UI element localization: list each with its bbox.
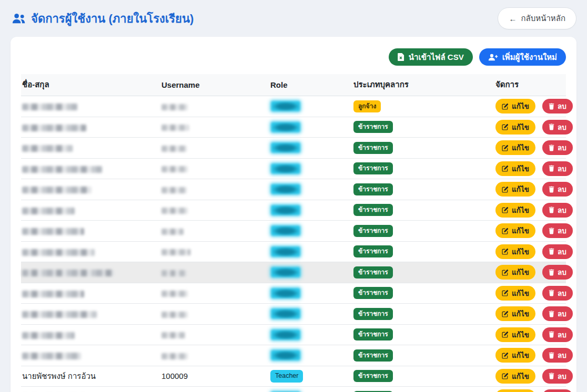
redacted-name-blur (22, 270, 114, 276)
edit-button[interactable]: แก้ไข (495, 327, 535, 342)
edit-button-label: แก้ไข (512, 308, 529, 319)
edit-button[interactable]: แก้ไข (495, 286, 535, 301)
back-button[interactable]: ← กลับหน้าหลัก (498, 7, 576, 29)
edit-button[interactable]: แก้ไข (495, 306, 535, 321)
table-row: ข้าราชการ แก้ไข ลบ (21, 241, 566, 262)
redacted-username-blur (161, 229, 184, 235)
edit-button[interactable]: แก้ไข (495, 203, 535, 218)
delete-button-label: ลบ (558, 370, 566, 382)
edit-button-label: แก้ไข (512, 266, 529, 278)
trash-icon (549, 269, 554, 276)
edit-button[interactable]: แก้ไข (495, 182, 535, 197)
personnel-type-badge: ข้าราชการ (353, 328, 393, 341)
table-row: ข้าราชการ แก้ไข ลบ (21, 200, 566, 221)
personnel-type-badge: ข้าราชการ (353, 183, 393, 195)
edit-button-label: แก้ไข (512, 100, 529, 112)
redacted-name-blur (22, 104, 77, 110)
delete-button[interactable]: ลบ (542, 99, 573, 114)
personnel-type-badge: ข้าราชการ (353, 349, 393, 362)
delete-button[interactable]: ลบ (542, 203, 573, 218)
edit-button-label: แก้ไข (512, 287, 529, 299)
table-row: ลูกจ้าง แก้ไข ลบ (21, 96, 566, 117)
edit-button-label: แก้ไข (512, 121, 529, 133)
trash-icon (549, 207, 554, 213)
edit-button[interactable]: แก้ไข (495, 389, 535, 392)
redacted-username-blur (161, 312, 188, 318)
page-title: จัดการผู้ใช้งาน (ภายในโรงเรียน) (12, 9, 194, 28)
edit-button[interactable]: แก้ไข (495, 244, 535, 259)
header-role: Role (269, 74, 352, 96)
delete-button[interactable]: ลบ (542, 348, 573, 363)
table-row: ข้าราชการ แก้ไข ลบ (21, 221, 566, 242)
redacted-role-blur (271, 205, 300, 215)
pencil-edit-icon (502, 248, 509, 255)
redacted-username-blur (161, 208, 188, 214)
trash-icon (549, 145, 554, 151)
csv-file-icon (398, 53, 404, 61)
user-plus-icon (488, 54, 498, 61)
delete-button[interactable]: ลบ (542, 286, 573, 301)
redacted-username-blur (161, 270, 187, 276)
table-row: ข้าราชการ แก้ไข ลบ (21, 138, 566, 159)
delete-button-label: ลบ (558, 246, 566, 257)
table-row: ข้าราชการ แก้ไข ลบ (21, 387, 566, 392)
delete-button[interactable]: ลบ (542, 244, 573, 259)
redacted-role-blur (271, 225, 300, 236)
delete-button[interactable]: ลบ (542, 223, 573, 238)
delete-button[interactable]: ลบ (542, 265, 573, 280)
pencil-edit-icon (502, 290, 509, 296)
redacted-username-blur (161, 249, 190, 255)
edit-button[interactable]: แก้ไข (495, 161, 535, 176)
table-row: ข้าราชการ แก้ไข ลบ (21, 304, 566, 325)
edit-button[interactable]: แก้ไข (495, 265, 535, 280)
role-badge: Teacher (270, 370, 303, 383)
pencil-edit-icon (502, 207, 509, 213)
trash-icon (549, 165, 554, 172)
delete-button-label: ลบ (558, 163, 566, 174)
redacted-role-blur (271, 350, 300, 360)
personnel-type-badge: ลูกจ้าง (353, 100, 381, 112)
redacted-role-blur (271, 163, 300, 174)
personnel-type-badge: ข้าราชการ (353, 287, 393, 299)
trash-icon (549, 311, 554, 317)
redacted-role-blur (271, 267, 300, 277)
redacted-role-blur (271, 308, 300, 319)
edit-button[interactable]: แก้ไข (495, 223, 535, 238)
delete-button[interactable]: ลบ (542, 140, 573, 155)
delete-button-label: ลบ (558, 183, 566, 195)
edit-button[interactable]: แก้ไข (495, 348, 535, 363)
add-user-button[interactable]: เพิ่มผู้ใช้งานใหม่ (479, 48, 566, 66)
delete-button[interactable]: ลบ (542, 120, 573, 135)
delete-button-label: ลบ (558, 287, 566, 299)
delete-button[interactable]: ลบ (542, 327, 573, 342)
pencil-edit-icon (502, 228, 509, 234)
table-header-row: ชื่อ-สกุล Username Role ประเภทบุคลากร จั… (21, 74, 566, 96)
import-csv-label: นำเข้าไฟล์ CSV (409, 51, 464, 64)
personnel-type-badge: ข้าราชการ (353, 225, 393, 237)
edit-button[interactable]: แก้ไข (495, 99, 535, 114)
delete-button[interactable]: ลบ (542, 182, 573, 197)
edit-button-label: แก้ไข (512, 183, 529, 195)
import-csv-button[interactable]: นำเข้าไฟล์ CSV (389, 48, 473, 66)
header-username: Username (160, 74, 269, 96)
edit-button-label: แก้ไข (512, 329, 529, 341)
delete-button[interactable]: ลบ (542, 161, 573, 176)
personnel-type-badge: ข้าราชการ (353, 142, 393, 154)
redacted-role-blur (271, 288, 300, 298)
pencil-edit-icon (502, 331, 509, 338)
header-personnel: ประเภทบุคลากร (352, 74, 494, 96)
pencil-edit-icon (502, 373, 509, 379)
trash-icon (549, 123, 554, 130)
delete-button[interactable]: ลบ (542, 389, 573, 392)
user-fullname: นายพัชรพงษ์ การอ้วน (22, 372, 96, 380)
username-value: 100009 (161, 372, 188, 380)
redacted-role-blur (271, 246, 300, 257)
pencil-edit-icon (502, 145, 509, 151)
edit-button[interactable]: แก้ไข (495, 140, 535, 155)
back-arrow-icon: ← (509, 14, 517, 23)
edit-button[interactable]: แก้ไข (495, 369, 535, 384)
delete-button[interactable]: ลบ (542, 306, 573, 321)
edit-button[interactable]: แก้ไข (495, 120, 535, 135)
edit-button-label: แก้ไข (512, 370, 529, 382)
delete-button[interactable]: ลบ (542, 369, 573, 384)
